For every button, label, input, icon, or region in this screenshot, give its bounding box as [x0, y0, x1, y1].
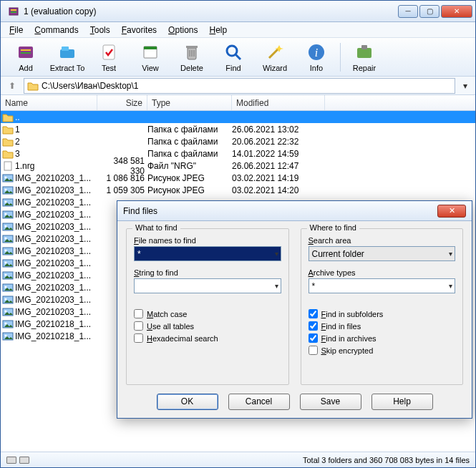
maximize-button[interactable]: ▢ [419, 5, 439, 18]
img-icon [2, 270, 14, 281]
cell-name: IMG_20210218_1... [15, 319, 97, 329]
dialog-titlebar: Find files ✕ [117, 201, 472, 221]
list-row[interactable]: 2Папка с файлами20.06.2021 22:32 [1, 135, 475, 147]
svg-rect-5 [21, 52, 31, 54]
svg-point-38 [5, 261, 7, 263]
menu-help[interactable]: Help [205, 24, 231, 36]
cell-name: IMG_20210203_1... [15, 234, 97, 244]
svg-rect-2 [11, 11, 16, 13]
app-icon [8, 6, 19, 17]
path-input[interactable]: C:\Users\Иван\Desktop\1 [24, 78, 455, 94]
col-name[interactable]: Name [1, 95, 97, 110]
toolbar: Add Extract To Test View Delete Find Wiz… [1, 38, 475, 77]
svg-rect-22 [4, 162, 11, 170]
cell-name: 3 [15, 149, 97, 159]
what-to-find-group: What to find File names to find * String… [126, 228, 289, 385]
menu-file[interactable]: File [5, 24, 27, 36]
extract-button[interactable]: Extract To [47, 39, 88, 75]
add-button[interactable]: Add [5, 39, 47, 75]
use-tables-checkbox[interactable] [134, 321, 143, 331]
menu-options[interactable]: Options [164, 24, 202, 36]
svg-line-16 [235, 54, 241, 59]
path-text: C:\Users\Иван\Desktop\1 [42, 81, 139, 91]
repair-button[interactable]: Repair [344, 39, 385, 75]
cell-modified: 03.02.2021 14:19 [232, 173, 325, 183]
area-combo[interactable]: Current folder [309, 246, 456, 261]
cell-type: Рисунок JPEG [147, 185, 232, 195]
area-label: Search area [309, 236, 456, 245]
view-button[interactable]: View [130, 39, 171, 75]
info-button[interactable]: iInfo [296, 39, 337, 75]
delete-button[interactable]: Delete [171, 39, 213, 75]
match-case-checkbox[interactable] [134, 309, 143, 318]
skip-checkbox[interactable] [309, 346, 318, 355]
test-button[interactable]: Test [88, 39, 130, 75]
cell-modified: 26.06.2021 12:47 [232, 161, 325, 171]
window-title: 1 (evaluation copy) [24, 6, 398, 16]
list-header: Name Size Type Modified [1, 95, 475, 111]
menu-tools[interactable]: Tools [86, 24, 115, 36]
list-row[interactable]: 1.nrg348 581 330Файл "NRG"26.06.2021 12:… [1, 160, 475, 172]
wizard-button[interactable]: Wizard [254, 39, 296, 75]
svg-point-28 [5, 200, 7, 203]
status-icon [19, 457, 29, 464]
img-icon [2, 185, 14, 196]
statusbar: Total 3 folders and 360 708 083 bytes in… [1, 452, 475, 467]
col-size[interactable]: Size [97, 95, 147, 110]
cell-modified: 26.06.2021 13:02 [232, 125, 325, 135]
svg-point-34 [5, 237, 7, 239]
filenames-combo[interactable]: * [134, 246, 281, 261]
dialog-title: Find files [123, 206, 437, 216]
cell-name: 1.nrg [15, 161, 97, 171]
cell-modified: 03.02.2021 14:20 [232, 185, 325, 195]
col-type[interactable]: Type [147, 95, 232, 110]
pathbar: ⬆ C:\Users\Иван\Desktop\1 ▾ [1, 77, 475, 95]
help-button[interactable]: Help [371, 394, 433, 410]
files-checkbox[interactable] [309, 321, 318, 331]
up-button[interactable]: ⬆ [5, 79, 19, 93]
list-row[interactable]: .. [1, 111, 475, 123]
cell-name: IMG_20210203_1... [15, 246, 97, 256]
where-to-find-group: Where to find Search area Current folder… [301, 228, 464, 385]
hex-checkbox[interactable] [134, 333, 143, 343]
cell-name: IMG_20210203_1... [15, 270, 97, 281]
menu-commands[interactable]: Commands [30, 24, 82, 36]
cell-modified: 14.01.2022 14:59 [232, 149, 325, 159]
svg-rect-11 [186, 46, 198, 48]
img-icon [2, 221, 14, 233]
col-modified[interactable]: Modified [232, 95, 325, 110]
svg-point-50 [5, 334, 7, 336]
list-row[interactable]: IMG_20210203_1...1 059 305Рисунок JPEG03… [1, 184, 475, 196]
ok-button[interactable]: OK [157, 394, 218, 410]
save-button[interactable]: Save [300, 394, 361, 410]
cancel-button[interactable]: Cancel [228, 394, 290, 410]
list-row[interactable]: 3Папка с файлами14.01.2022 14:59 [1, 147, 475, 160]
types-combo[interactable]: * [309, 278, 456, 293]
up-icon [2, 112, 14, 123]
menu-favorites[interactable]: Favorites [117, 24, 161, 36]
svg-line-17 [269, 48, 279, 58]
subfolders-checkbox[interactable] [309, 309, 318, 318]
cell-type: Файл "NRG" [147, 161, 232, 171]
svg-rect-1 [11, 9, 16, 11]
dialog-close-button[interactable]: ✕ [437, 205, 466, 218]
folder-icon [2, 124, 14, 135]
path-dropdown[interactable]: ▾ [460, 81, 471, 91]
cell-name: 1 [15, 125, 97, 135]
archives-checkbox[interactable] [309, 333, 318, 343]
filenames-label: File names to find [134, 236, 281, 245]
svg-point-36 [5, 249, 7, 251]
img-icon [2, 197, 14, 208]
svg-point-26 [5, 188, 7, 190]
list-row[interactable]: IMG_20210203_1...1 086 816Рисунок JPEG03… [1, 172, 475, 184]
cell-type: Папка с файлами [147, 149, 232, 159]
find-button[interactable]: Find [213, 39, 254, 75]
string-combo[interactable] [134, 278, 281, 293]
list-row[interactable]: 1Папка с файлами26.06.2021 13:02 [1, 123, 475, 135]
minimize-button[interactable]: ─ [398, 5, 418, 18]
cell-name: IMG_20210203_1... [15, 210, 97, 220]
cell-name: IMG_20210203_1... [15, 258, 97, 268]
close-button[interactable]: ✕ [441, 5, 472, 18]
menubar: File Commands Tools Favorites Options He… [1, 22, 475, 38]
svg-point-32 [5, 225, 7, 227]
